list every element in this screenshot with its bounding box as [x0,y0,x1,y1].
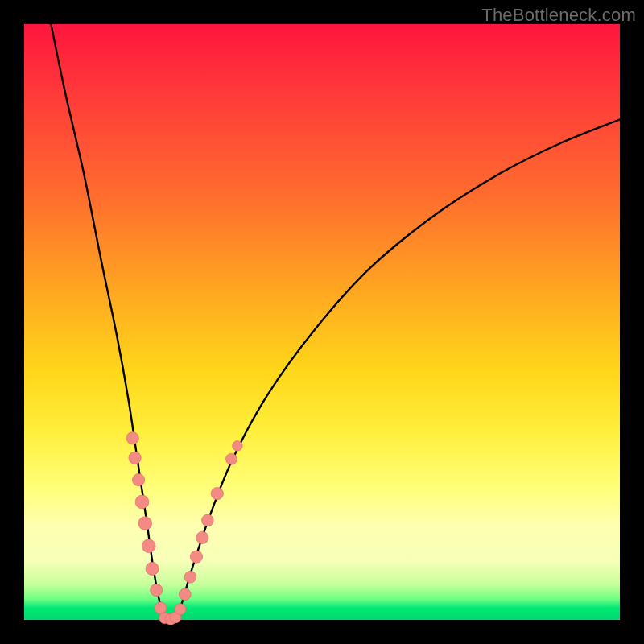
data-marker [138,517,152,530]
data-marker [129,452,141,464]
data-markers [126,432,242,625]
data-marker [126,432,138,444]
chart-svg [24,24,620,620]
data-marker [135,495,149,509]
bottleneck-curve [51,24,620,621]
chart-frame: TheBottleneck.com [0,0,644,644]
data-marker [132,473,144,485]
data-marker [226,453,237,464]
data-marker [211,487,223,499]
chart-plot-area [24,24,620,620]
data-marker [151,584,163,596]
data-marker [146,562,159,575]
watermark-label: TheBottleneck.com [481,5,636,26]
data-marker [179,588,191,601]
data-marker [196,531,208,543]
data-marker [155,602,167,614]
data-marker [175,604,186,615]
data-marker [190,551,202,563]
data-marker [184,571,196,583]
data-marker [233,441,243,452]
data-marker [142,539,155,553]
data-marker [202,514,214,526]
